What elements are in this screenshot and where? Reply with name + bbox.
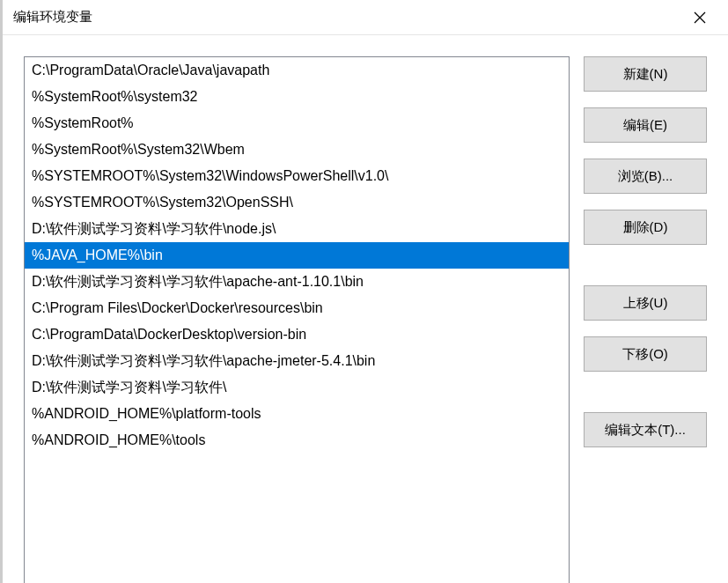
list-item[interactable]: D:\软件测试学习资料\学习软件\apache-ant-1.10.1\bin [25, 269, 569, 295]
dialog-window: 编辑环境变量 C:\ProgramData\Oracle\Java\javapa… [0, 0, 728, 583]
edit-button[interactable]: 编辑(E) [584, 107, 707, 143]
list-item[interactable]: C:\Program Files\Docker\Docker\resources… [25, 295, 569, 321]
window-title: 编辑环境变量 [13, 9, 92, 26]
list-item[interactable]: %SYSTEMROOT%\System32\WindowsPowerShell\… [25, 163, 569, 189]
list-item[interactable]: %SystemRoot%\system32 [25, 84, 569, 110]
button-column: 新建(N) 编辑(E) 浏览(B)... 删除(D) 上移(U) 下移(O) 编… [584, 56, 707, 583]
delete-button[interactable]: 删除(D) [584, 210, 707, 245]
list-item[interactable]: %SystemRoot% [25, 110, 569, 137]
dialog-content: C:\ProgramData\Oracle\Java\javapath%Syst… [3, 35, 728, 583]
browse-button[interactable]: 浏览(B)... [584, 159, 707, 194]
titlebar: 编辑环境变量 [3, 0, 728, 35]
list-item[interactable]: %ANDROID_HOME%\tools [25, 427, 569, 454]
list-item[interactable]: %SYSTEMROOT%\System32\OpenSSH\ [25, 189, 569, 216]
close-icon [694, 11, 706, 24]
list-item[interactable]: D:\软件测试学习资料\学习软件\ [25, 374, 569, 401]
list-item[interactable]: %JAVA_HOME%\bin [25, 242, 569, 269]
list-item[interactable]: D:\软件测试学习资料\学习软件\apache-jmeter-5.4.1\bin [25, 348, 569, 374]
list-item[interactable]: D:\软件测试学习资料\学习软件\node.js\ [25, 216, 569, 242]
move-down-button[interactable]: 下移(O) [584, 336, 707, 372]
new-button[interactable]: 新建(N) [584, 56, 707, 92]
move-up-button[interactable]: 上移(U) [584, 285, 707, 321]
edit-text-button[interactable]: 编辑文本(T)... [584, 412, 707, 447]
list-item[interactable]: %ANDROID_HOME%\platform-tools [25, 401, 569, 427]
list-item[interactable]: C:\ProgramData\Oracle\Java\javapath [25, 57, 569, 84]
list-item[interactable]: C:\ProgramData\DockerDesktop\version-bin [25, 321, 569, 348]
list-item[interactable]: %SystemRoot%\System32\Wbem [25, 137, 569, 163]
path-listbox[interactable]: C:\ProgramData\Oracle\Java\javapath%Syst… [24, 56, 570, 583]
close-button[interactable] [682, 0, 717, 35]
